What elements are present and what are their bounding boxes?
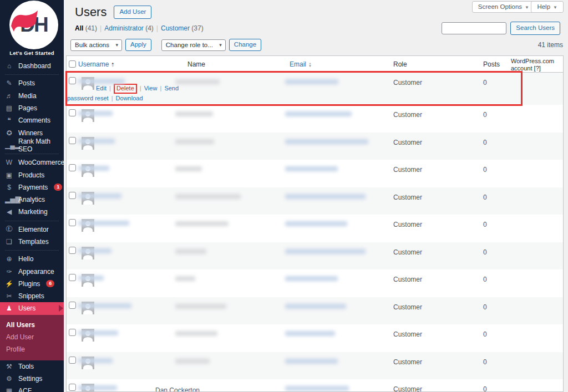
sidebar-item-rank-math-seo[interactable]: ▁▄▂Rank Math SEO: [0, 139, 64, 151]
row-checkbox[interactable]: [69, 384, 76, 391]
filter-administrator[interactable]: Administrator: [104, 24, 144, 32]
filter-count: (41): [83, 24, 97, 32]
row-checkbox[interactable]: [69, 192, 76, 199]
wpcom-account-cell: [511, 105, 563, 133]
menu-separator: [5, 250, 59, 251]
username-cell[interactable]: [78, 215, 187, 242]
sidebar-item-plugins[interactable]: ⚡Plugins6: [0, 278, 64, 290]
plugins-plug-icon: ⚡: [5, 280, 13, 288]
sidebar-item-marketing[interactable]: ◀Marketing: [0, 206, 64, 218]
sidebar-item-snippets[interactable]: ✂Snippets: [0, 290, 64, 302]
sidebar-item-comments[interactable]: ❝Comments: [0, 114, 64, 126]
username-cell[interactable]: [78, 105, 187, 133]
username-cell[interactable]: Edit | Delete | View | Send password res…: [78, 73, 187, 105]
sidebar-item-products[interactable]: ▣Products: [0, 169, 64, 181]
sidebar-item-appearance[interactable]: ✑Appearance: [0, 265, 64, 277]
wpcom-account-cell: [511, 324, 563, 352]
blurred-email: [285, 359, 338, 364]
column-role: Role: [393, 56, 483, 73]
screen-options-button[interactable]: Screen Options▼: [472, 1, 535, 13]
sidebar-item-pages[interactable]: ▤Pages: [0, 102, 64, 114]
row-action-view[interactable]: View: [144, 85, 158, 91]
row-checkbox[interactable]: [69, 274, 76, 281]
sidebar-item-settings[interactable]: ⚙Settings: [0, 373, 64, 385]
name-cell: Dan Cockerton: [187, 379, 290, 392]
count-badge: 1: [54, 184, 62, 191]
apply-button[interactable]: Apply: [125, 39, 151, 51]
role-cell: Customer: [393, 352, 483, 380]
name-cell: [187, 215, 290, 242]
blurred-username: [78, 248, 111, 253]
logo-circle: DH: [9, 1, 58, 49]
sidebar-item-woocommerce[interactable]: WWooCommerce: [0, 156, 64, 169]
sidebar-item-posts[interactable]: ✎Posts: [0, 77, 64, 89]
sort-username-link[interactable]: Username: [78, 60, 109, 68]
submenu-item-profile[interactable]: Profile: [0, 343, 64, 355]
sidebar-item-elementor[interactable]: ⒺElementor: [0, 223, 64, 236]
action-separator: |: [138, 85, 143, 91]
row-checkbox[interactable]: [69, 247, 76, 254]
row-action-delete[interactable]: Delete: [116, 85, 134, 91]
username-cell[interactable]: [78, 352, 187, 380]
sidebar-item-tools[interactable]: ⚒Tools: [0, 360, 64, 373]
sort-arrows-icon: ▲▼: [111, 62, 114, 68]
site-logo[interactable]: DH Let's Get Started: [0, 0, 64, 60]
username-cell[interactable]: [78, 133, 187, 160]
menu-label: Snippets: [18, 292, 44, 300]
page-title: Users: [75, 5, 106, 19]
menu-label: Products: [18, 171, 44, 179]
row-checkbox[interactable]: [69, 302, 76, 309]
blurred-username: [78, 194, 121, 198]
submenu-item-all-users[interactable]: All Users: [0, 319, 64, 331]
username-cell[interactable]: [78, 297, 187, 325]
username-cell[interactable]: [78, 242, 187, 270]
menu-label: Settings: [18, 375, 42, 383]
sort-email-link[interactable]: Email: [290, 60, 306, 68]
row-checkbox[interactable]: [69, 164, 76, 171]
blurred-email: [285, 249, 366, 254]
row-checkbox[interactable]: [69, 219, 76, 226]
sidebar-item-dashboard[interactable]: ⌂Dashboard: [0, 60, 64, 72]
table-row: Customer0: [67, 297, 563, 325]
select-all-checkbox[interactable]: [69, 60, 76, 68]
sidebar-item-templates[interactable]: ❏Templates: [0, 236, 64, 248]
row-checkbox-cell: [67, 269, 78, 297]
username-cell[interactable]: [78, 160, 187, 187]
row-action-download[interactable]: Download: [116, 95, 143, 101]
table-row: Customer0: [67, 324, 563, 352]
sidebar-item-analytics[interactable]: ▂▅▇Analytics: [0, 194, 64, 206]
search-users-input[interactable]: [442, 22, 506, 34]
screen-options-label: Screen Options: [478, 3, 522, 10]
items-count: 41 items: [538, 41, 563, 49]
filter-all[interactable]: All: [75, 24, 83, 32]
row-checkbox[interactable]: [69, 137, 76, 144]
users-table-body: Edit | Delete | View | Send password res…: [67, 73, 563, 392]
sidebar-item-media[interactable]: ♬Media: [0, 90, 64, 102]
change-button[interactable]: Change: [229, 39, 261, 51]
sidebar-item-users[interactable]: ♟Users: [0, 302, 64, 314]
username-cell[interactable]: [78, 324, 187, 352]
blurred-username: [78, 221, 129, 226]
row-checkbox[interactable]: [69, 329, 76, 336]
sidebar-item-payments[interactable]: $Payments1: [0, 181, 64, 194]
snippets-scissors-icon: ✂: [5, 292, 13, 300]
posts-cell: 0: [483, 160, 511, 187]
help-button[interactable]: Help▼: [531, 1, 564, 13]
row-action-edit[interactable]: Edit: [96, 85, 106, 91]
row-checkbox[interactable]: [69, 357, 76, 364]
sidebar-item-hello[interactable]: ⊕Hello: [0, 253, 64, 265]
sidebar-item-acf[interactable]: ▦ACF: [0, 385, 64, 392]
bulk-actions-select[interactable]: Bulk actions ▾: [70, 39, 122, 51]
menu-separator: [5, 74, 59, 75]
wpcom-account-cell: [511, 133, 563, 160]
add-user-button[interactable]: Add User: [114, 6, 151, 19]
username-cell[interactable]: [78, 187, 187, 215]
submenu-item-add-user[interactable]: Add User: [0, 331, 64, 343]
change-role-select[interactable]: Change role to... ▾: [161, 39, 226, 51]
row-checkbox[interactable]: [69, 109, 76, 116]
blurred-name: [175, 304, 226, 309]
filter-customer[interactable]: Customer: [161, 24, 190, 32]
email-cell: [290, 187, 393, 215]
username-cell[interactable]: [78, 269, 187, 297]
search-users-button[interactable]: Search Users: [510, 22, 560, 35]
